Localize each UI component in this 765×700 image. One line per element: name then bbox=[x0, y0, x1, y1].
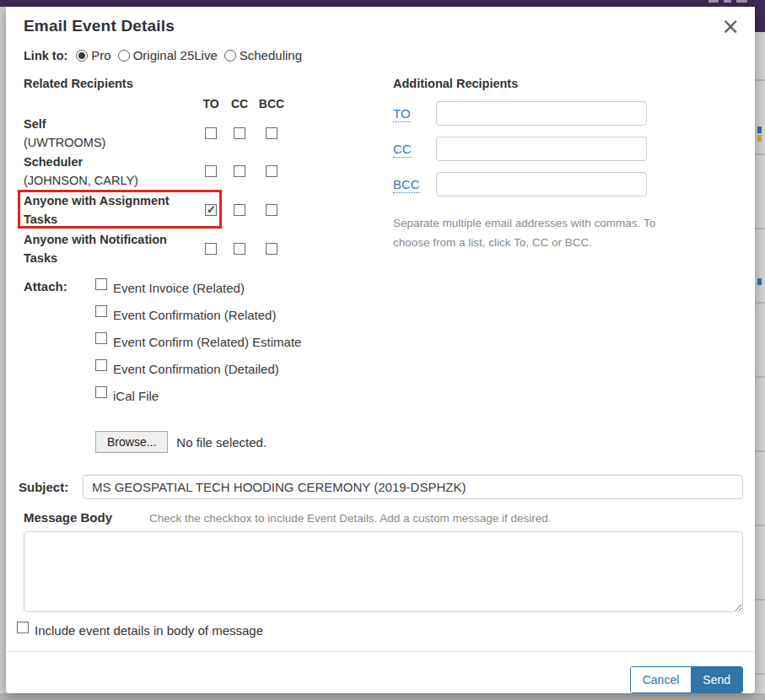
attach-option-label: Event Confirm (Related) Estimate bbox=[113, 331, 301, 351]
related-recipients-heading: Related Recipients bbox=[24, 77, 393, 90]
attach-option-label: Event Confirmation (Detailed) bbox=[113, 358, 279, 378]
link-to-label: Link to: bbox=[24, 49, 67, 62]
include-event-details-label: Include event details in body of message bbox=[35, 622, 263, 638]
notification-to-checkbox[interactable] bbox=[205, 243, 217, 255]
radio-original-25live-label: Original 25Live bbox=[133, 48, 218, 62]
background-icon-remnant bbox=[757, 135, 762, 142]
file-status-text: No file selected. bbox=[176, 435, 267, 450]
assignment-cc-checkbox[interactable] bbox=[234, 204, 245, 216]
self-cc-checkbox[interactable] bbox=[234, 127, 245, 139]
background-icon-remnant bbox=[757, 127, 762, 133]
attach-option: iCal File bbox=[95, 385, 301, 405]
recipient-name: Anyone with Notification Tasks bbox=[24, 233, 167, 265]
col-head-cc: CC bbox=[225, 97, 254, 110]
browse-button[interactable]: Browse... bbox=[95, 431, 168, 453]
radio-scheduling[interactable] bbox=[224, 50, 236, 62]
col-head-bcc: BCC bbox=[254, 97, 289, 110]
cc-input[interactable] bbox=[436, 137, 647, 161]
attach-section: Attach: Event Invoice (Related) Event Co… bbox=[24, 277, 393, 412]
background-header-remnant bbox=[708, 0, 719, 3]
background-header-bar bbox=[0, 0, 765, 7]
radio-pro-label: Pro bbox=[91, 48, 110, 62]
additional-bcc-row: BCC bbox=[393, 172, 743, 197]
assignment-to-checkbox[interactable] bbox=[205, 204, 217, 216]
radio-pro[interactable] bbox=[76, 50, 88, 62]
file-upload-row: Browse... No file selected. bbox=[95, 431, 393, 453]
recipient-row-self: Self (UWTROOMS) bbox=[24, 114, 393, 152]
assignment-bcc-checkbox[interactable] bbox=[266, 204, 277, 216]
attach-option: Event Confirmation (Detailed) bbox=[95, 358, 301, 378]
scheduler-cc-checkbox[interactable] bbox=[234, 165, 245, 177]
background-footer-bar bbox=[0, 693, 765, 700]
subject-input[interactable] bbox=[83, 475, 743, 499]
include-event-details-checkbox[interactable] bbox=[17, 622, 29, 633]
ical-file-checkbox[interactable] bbox=[95, 386, 107, 398]
attach-option-label: Event Confirmation (Related) bbox=[113, 304, 276, 324]
message-body-textarea[interactable] bbox=[24, 531, 743, 612]
recipient-name: Scheduler bbox=[24, 153, 197, 171]
footer: Cancel Send bbox=[24, 652, 743, 693]
attach-option-label: Event Invoice (Related) bbox=[113, 277, 245, 297]
radio-option-pro[interactable]: Pro bbox=[76, 48, 110, 62]
recipient-row-notification-tasks: Anyone with Notification Tasks bbox=[24, 229, 393, 267]
self-bcc-checkbox[interactable] bbox=[266, 127, 277, 139]
event-invoice-related-checkbox[interactable] bbox=[95, 278, 107, 290]
notification-cc-checkbox[interactable] bbox=[234, 243, 245, 255]
close-icon[interactable]: × bbox=[721, 15, 740, 37]
attach-option: Event Confirm (Related) Estimate bbox=[95, 331, 301, 351]
background-header-remnant bbox=[736, 0, 747, 3]
background-header-remnant bbox=[724, 0, 731, 3]
col-head-to: TO bbox=[197, 97, 225, 110]
recipient-row-assignment-tasks: Anyone with Assignment Tasks bbox=[24, 190, 393, 229]
recipient-name: Self bbox=[24, 115, 197, 133]
background-icon-remnant bbox=[757, 278, 762, 285]
scheduler-to-checkbox[interactable] bbox=[205, 165, 217, 177]
recipient-detail: (UWTROOMS) bbox=[24, 133, 197, 152]
background-page-sliver-header bbox=[755, 0, 765, 32]
cc-link[interactable]: CC bbox=[393, 142, 436, 156]
footer-button-group: Cancel Send bbox=[630, 666, 743, 693]
message-body-label: Message Body bbox=[24, 510, 112, 525]
event-confirmation-detailed-checkbox[interactable] bbox=[95, 359, 107, 371]
to-link[interactable]: TO bbox=[393, 106, 436, 121]
radio-option-scheduling[interactable]: Scheduling bbox=[224, 48, 302, 62]
include-details-row: Include event details in body of message bbox=[17, 622, 743, 638]
to-input[interactable] bbox=[436, 101, 647, 126]
additional-cc-row: CC bbox=[393, 137, 743, 161]
cancel-button[interactable]: Cancel bbox=[631, 667, 692, 692]
background-page-sliver bbox=[755, 7, 765, 693]
self-to-checkbox[interactable] bbox=[205, 127, 217, 139]
radio-option-original-25live[interactable]: Original 25Live bbox=[118, 48, 218, 62]
message-body-label-row: Message Body Check the checkbox to inclu… bbox=[24, 510, 743, 525]
bcc-link[interactable]: BCC bbox=[393, 177, 436, 191]
attach-option-label: iCal File bbox=[113, 385, 159, 405]
attach-label: Attach: bbox=[24, 277, 95, 412]
message-body-hint: Check the checkbox to include Event Deta… bbox=[149, 512, 552, 525]
recipient-row-scheduler: Scheduler (JOHNSON, CARLY) bbox=[24, 152, 393, 190]
attach-option: Event Invoice (Related) bbox=[95, 277, 301, 297]
dialog-title: Email Event Details bbox=[24, 17, 743, 35]
recipient-name: Anyone with Assignment Tasks bbox=[24, 194, 170, 226]
bcc-input[interactable] bbox=[436, 172, 647, 197]
scheduler-bcc-checkbox[interactable] bbox=[266, 165, 277, 177]
attach-option: Event Confirmation (Related) bbox=[95, 304, 301, 324]
radio-original-25live[interactable] bbox=[118, 50, 130, 62]
recipient-columns-header: TO CC BCC bbox=[24, 94, 393, 114]
additional-recipients-help-text: Separate multiple email addresses with c… bbox=[393, 213, 671, 252]
additional-recipients-heading: Additional Recipients bbox=[393, 77, 743, 90]
radio-scheduling-label: Scheduling bbox=[240, 48, 302, 62]
notification-bcc-checkbox[interactable] bbox=[266, 243, 277, 255]
event-confirm-related-estimate-checkbox[interactable] bbox=[95, 332, 107, 344]
link-to-row: Link to: Pro Original 25Live Scheduling bbox=[24, 48, 743, 62]
recipient-detail: (JOHNSON, CARLY) bbox=[24, 171, 197, 190]
event-confirmation-related-checkbox[interactable] bbox=[95, 305, 107, 317]
send-button[interactable]: Send bbox=[691, 667, 742, 692]
additional-to-row: TO bbox=[393, 101, 743, 126]
subject-row: Subject: bbox=[19, 475, 743, 499]
subject-label: Subject: bbox=[19, 480, 83, 494]
email-event-details-dialog: Email Event Details × Link to: Pro Origi… bbox=[6, 7, 755, 693]
